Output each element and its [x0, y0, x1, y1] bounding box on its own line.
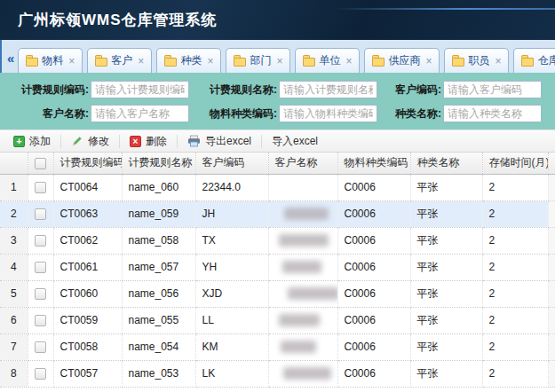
tab-unit[interactable]: 单位 ×: [295, 48, 360, 73]
redacted-customer-name: [284, 208, 329, 220]
select-all-checkbox[interactable]: [35, 158, 46, 169]
edit-button-label: 修改: [88, 134, 109, 149]
toolbar-separator: [261, 135, 262, 148]
customer-code-label: 客户编码:: [379, 82, 441, 98]
edit-button[interactable]: 修改: [63, 131, 117, 151]
close-icon[interactable]: ×: [345, 55, 352, 67]
add-button[interactable]: + 添加: [5, 131, 59, 151]
row-checkbox[interactable]: [35, 315, 46, 326]
toolbar-separator: [177, 135, 178, 148]
table-row[interactable]: 6 CT0059 name_055 LL C0006 平张 2: [0, 307, 555, 333]
cell-billing-rule-code: CT0062: [53, 227, 122, 254]
row-checkbox[interactable]: [35, 235, 46, 247]
table-row[interactable]: 7 CT0058 name_054 KM C0006 平张 2: [0, 333, 555, 360]
tab-label: 供应商: [388, 53, 420, 68]
tab-staff[interactable]: 职员 ×: [444, 48, 509, 73]
material-type-code-label: 物料种类编码:: [191, 106, 277, 122]
tab-bar: « 物料 × 客户 × 种类 × 部门 × 单位 × 供应商: [0, 40, 555, 73]
cell-type-name: 平张: [410, 174, 482, 200]
row-checkbox[interactable]: [35, 288, 46, 300]
cell-customer-code: LL: [195, 307, 268, 333]
redacted-customer-name: [279, 314, 320, 326]
billing-rule-name-input[interactable]: [279, 81, 377, 98]
cell-billing-rule-code: CT0058: [53, 333, 122, 360]
tab-label: 仓库: [537, 53, 555, 68]
cell-customer-code: TX: [195, 227, 268, 254]
title-bar: 广州标领WMS仓库管理系统: [0, 0, 555, 40]
toolbar-separator: [119, 135, 120, 148]
close-icon[interactable]: ×: [425, 55, 432, 67]
cell-billing-rule-code: CT0061: [53, 254, 122, 280]
close-icon[interactable]: ×: [68, 55, 75, 67]
row-checkbox[interactable]: [35, 182, 46, 193]
table-row[interactable]: 2 CT0063 name_059 JH C0006 平张 2: [0, 200, 555, 227]
cell-customer-name: [268, 227, 337, 254]
select-all-header: [28, 153, 53, 174]
close-icon[interactable]: ×: [276, 55, 282, 67]
cell-billing-rule-code: CT0057: [53, 360, 122, 387]
customer-name-input[interactable]: [91, 105, 189, 122]
scrollbar-spacer: [548, 333, 555, 360]
material-type-code-input[interactable]: [279, 105, 377, 122]
tab-customer[interactable]: 客户 ×: [87, 48, 152, 73]
folder-icon: [95, 58, 107, 67]
table-row[interactable]: 4 CT0061 name_057 YH C0006 平张 2: [0, 254, 555, 280]
cell-billing-rule-code: CT0059: [53, 307, 122, 333]
cell-storage-months: 2: [482, 227, 548, 254]
billing-rule-name-label: 计费规则名称:: [191, 82, 277, 98]
col-customer-name[interactable]: 客户名称: [268, 153, 337, 174]
col-billing-rule-code[interactable]: 计费规则编码: [53, 153, 122, 174]
redacted-customer-name: [282, 261, 321, 273]
type-name-input[interactable]: [443, 105, 542, 122]
table-row[interactable]: 3 CT0062 name_058 TX C0006 平张 2: [0, 227, 555, 254]
col-customer-code[interactable]: 客户编码: [195, 153, 268, 174]
row-number-header: [0, 153, 28, 174]
col-billing-rule-name[interactable]: 计费规则名称: [122, 153, 195, 174]
table-header-row: 计费规则编码 计费规则名称 客户编码 客户名称 物料种类编码 种类名称 存储时间…: [0, 153, 555, 174]
redacted-customer-name: [281, 341, 316, 353]
cell-material-type-code: C0006: [337, 174, 410, 200]
cell-customer-code: KM: [195, 333, 268, 360]
tab-department[interactable]: 部门 ×: [226, 48, 290, 73]
tab-supplier[interactable]: 供应商 ×: [364, 48, 440, 73]
cell-customer-name: [268, 254, 337, 280]
billing-rule-code-input[interactable]: [91, 81, 189, 98]
delete-icon: ×: [130, 136, 141, 147]
customer-code-input[interactable]: [443, 81, 542, 98]
col-storage-months[interactable]: 存储时间(月): [482, 153, 548, 174]
toolbar-separator: [60, 135, 61, 148]
col-material-type-code[interactable]: 物料种类编码: [337, 153, 410, 174]
row-checkbox[interactable]: [35, 368, 46, 380]
app-title: 广州标领WMS仓库管理系统: [18, 10, 218, 30]
folder-icon: [372, 58, 385, 67]
row-number: 7: [0, 333, 28, 360]
folder-icon: [303, 58, 315, 67]
tab-material[interactable]: 物料 ×: [18, 48, 83, 73]
tab-category[interactable]: 种类 ×: [156, 48, 221, 73]
close-icon[interactable]: ×: [138, 55, 144, 67]
import-excel-button[interactable]: 导入excel: [264, 131, 326, 151]
tab-warehouse[interactable]: 仓库 ×: [513, 48, 555, 73]
table-row[interactable]: 1 CT0064 name_060 22344.0 C0006 平张 2: [0, 174, 555, 200]
cell-billing-rule-name: name_055: [122, 307, 195, 333]
col-type-name[interactable]: 种类名称: [410, 153, 482, 174]
wms-window: 广州标领WMS仓库管理系统 « 物料 × 客户 × 种类 × 部门 × 单位 ×: [0, 0, 555, 392]
export-excel-button[interactable]: 导出excel: [179, 131, 259, 151]
row-checkbox[interactable]: [35, 341, 46, 353]
printer-icon: [187, 135, 201, 147]
table-row[interactable]: 8 CT0057 name_053 LK C0006 平张 2: [0, 360, 555, 387]
row-checkbox[interactable]: [35, 208, 46, 220]
delete-button[interactable]: × 删除: [122, 131, 175, 151]
row-checkbox[interactable]: [35, 262, 46, 273]
add-button-label: 添加: [29, 134, 51, 149]
billing-rules-table: 计费规则编码 计费规则名称 客户编码 客户名称 物料种类编码 种类名称 存储时间…: [0, 153, 555, 388]
row-number: 6: [0, 307, 28, 333]
close-icon[interactable]: ×: [207, 55, 213, 67]
cell-material-type-code: C0006: [337, 280, 410, 307]
table-row[interactable]: 5 CT0060 name_056 XJD C0006 平张 2: [0, 280, 555, 307]
close-icon[interactable]: ×: [495, 55, 501, 67]
titlebar-decoration: [333, 8, 555, 10]
scrollbar-spacer: [548, 174, 555, 200]
tab-label: 种类: [180, 53, 202, 68]
collapse-sidebar-icon[interactable]: «: [5, 46, 18, 73]
